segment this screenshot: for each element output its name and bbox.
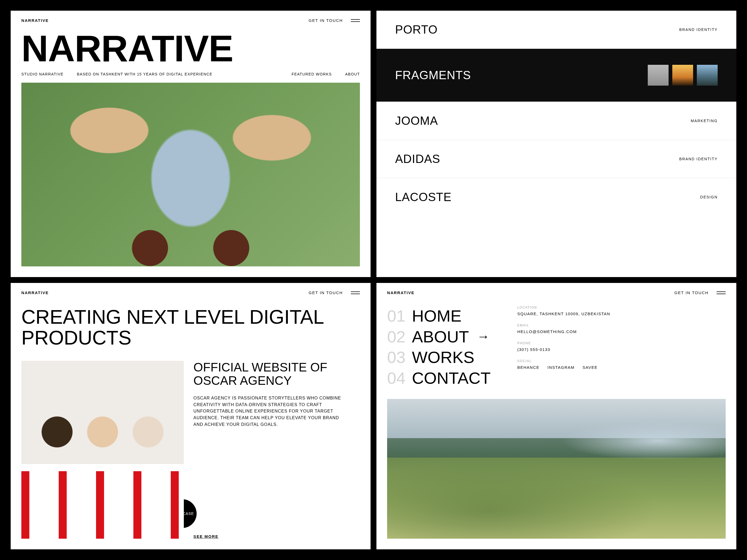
studio-label: STUDIO NARRATIVE (21, 72, 63, 76)
header: NARRATIVE GET IN TOUCH (377, 283, 736, 295)
see-more-link[interactable]: SEE MORE (194, 534, 360, 539)
about-panel: NARRATIVE GET IN TOUCH CREATING NEXT LEV… (11, 283, 370, 549)
project-name: ADIDAS (395, 152, 440, 166)
get-in-touch-link[interactable]: GET IN TOUCH (674, 290, 709, 295)
menu-icon[interactable] (717, 291, 726, 294)
hero-image (21, 83, 360, 266)
thumbnail-image[interactable] (648, 65, 669, 86)
case-body: OSCAR AGENCY IS PASSIONATE STORYTELLERS … (194, 395, 343, 428)
project-tag: DESIGN (700, 195, 718, 199)
location-value: SQUARE, TASHKENT 10009, UZBEKISTAN (517, 312, 610, 316)
project-row-fragments[interactable]: FRAGMENTS (377, 49, 736, 102)
project-row-porto[interactable]: PORTO BRAND IDENTITY (377, 11, 736, 49)
case-title: OFFICIAL WEBSITE OF OSCAR AGENCY (194, 361, 360, 387)
project-name: LACOSTE (395, 190, 452, 204)
thumbnail-image[interactable] (697, 65, 718, 86)
menu-item-about[interactable]: 02 ABOUT → (387, 326, 491, 347)
get-in-touch-link[interactable]: GET IN TOUCH (309, 18, 343, 23)
project-name: PORTO (395, 23, 438, 36)
social-label: SOCIAL (517, 359, 610, 363)
hero-panel: NARRATIVE GET IN TOUCH NARRATIVE STUDIO … (11, 11, 370, 277)
social-savee[interactable]: SAVEE (583, 365, 598, 370)
email-label: EMAIL (517, 323, 610, 327)
project-tag: BRAND IDENTITY (679, 27, 718, 32)
menu-label: ABOUT (412, 326, 469, 347)
landscape-image (387, 399, 726, 539)
tagline: BASED ON TASHKENT WITH 15 YEARS OF DIGIT… (77, 72, 212, 76)
phone-label: PHONE (517, 341, 610, 345)
menu-item-contact[interactable]: 04 CONTACT (387, 368, 491, 389)
project-list-panel: PORTO BRAND IDENTITY FRAGMENTS JOOMA MAR… (377, 11, 736, 277)
arrow-right-icon: → (477, 328, 490, 345)
project-tag: BRAND IDENTITY (679, 157, 718, 161)
menu-number: 01 (387, 305, 406, 326)
nav-about[interactable]: ABOUT (345, 72, 360, 76)
menu-icon[interactable] (351, 291, 360, 294)
hero-title: NARRATIVE (11, 23, 370, 66)
menu-label: CONTACT (412, 368, 491, 389)
project-row-adidas[interactable]: ADIDAS BRAND IDENTITY (377, 140, 736, 178)
location-label: LOCATION (517, 305, 610, 309)
project-thumbnails (648, 65, 718, 86)
menu-label: WORKS (412, 347, 474, 368)
nav-featured-works[interactable]: FEATURED WORKS (291, 72, 332, 76)
brand-logo[interactable]: NARRATIVE (21, 18, 49, 23)
project-row-lacoste[interactable]: LACOSTE DESIGN (377, 178, 736, 216)
hero-subrow: STUDIO NARRATIVE BASED ON TASHKENT WITH … (11, 66, 370, 83)
social-behance[interactable]: BEHANCE (517, 365, 539, 370)
project-row-jooma[interactable]: JOOMA MARKETING (377, 102, 736, 140)
case-image: VIEW CASE (21, 361, 184, 539)
email-value[interactable]: HELLO@SOMETHING.COM (517, 329, 610, 334)
main-menu: 01 HOME 02 ABOUT → 03 WORKS 04 CONTACT (387, 305, 491, 388)
header: NARRATIVE GET IN TOUCH (11, 283, 370, 295)
menu-number: 02 (387, 326, 406, 347)
project-name: JOOMA (395, 114, 438, 128)
menu-item-works[interactable]: 03 WORKS (387, 347, 491, 368)
menu-number: 04 (387, 368, 406, 389)
menu-label: HOME (412, 305, 462, 326)
menu-contact-panel: NARRATIVE GET IN TOUCH 01 HOME 02 ABOUT … (377, 283, 736, 549)
get-in-touch-link[interactable]: GET IN TOUCH (309, 290, 343, 295)
headline: CREATING NEXT LEVEL DIGITAL PRODUCTS (11, 295, 370, 348)
case-study: VIEW CASE OFFICIAL WEBSITE OF OSCAR AGEN… (11, 348, 370, 549)
brand-logo[interactable]: NARRATIVE (387, 290, 415, 295)
header: NARRATIVE GET IN TOUCH (11, 11, 370, 23)
brand-logo[interactable]: NARRATIVE (21, 290, 49, 295)
thumbnail-image[interactable] (672, 65, 693, 86)
contact-info: LOCATION SQUARE, TASHKENT 10009, UZBEKIS… (517, 305, 610, 388)
social-instagram[interactable]: INSTAGRAM (547, 365, 575, 370)
menu-item-home[interactable]: 01 HOME (387, 305, 491, 326)
project-name: FRAGMENTS (395, 69, 471, 82)
menu-icon[interactable] (351, 19, 360, 22)
project-tag: MARKETING (691, 119, 718, 123)
view-case-button[interactable]: VIEW CASE (168, 499, 197, 528)
menu-number: 03 (387, 347, 406, 368)
phone-value[interactable]: (307) 555-0133 (517, 347, 610, 352)
